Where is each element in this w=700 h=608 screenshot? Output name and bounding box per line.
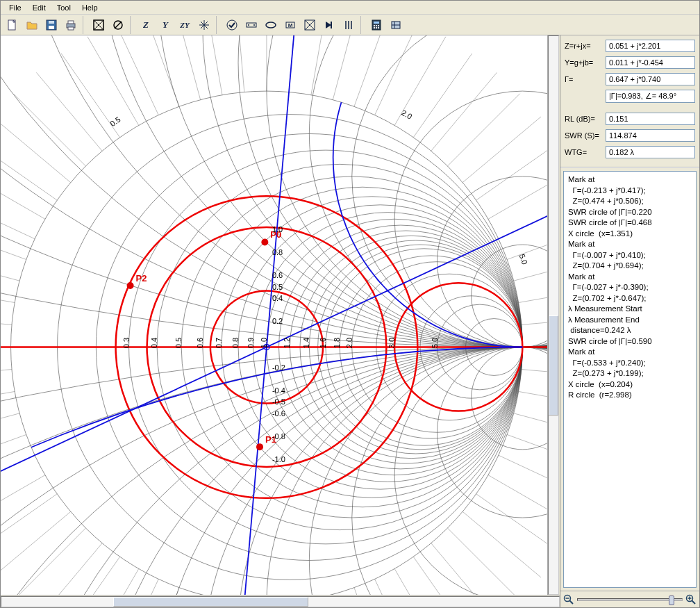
diode-icon[interactable] <box>301 16 319 34</box>
match-icon[interactable]: M <box>281 16 299 34</box>
nocircle-icon[interactable] <box>109 16 127 34</box>
fit-icon[interactable] <box>90 16 108 34</box>
gamma-value[interactable]: 0.647 + j*0.740 <box>606 73 695 85</box>
compass-icon[interactable] <box>195 16 213 34</box>
svg-line-164 <box>488 475 547 527</box>
svg-line-149 <box>174 594 200 595</box>
svg-text:0.5: 0.5 <box>174 338 183 348</box>
svg-text:-0.6: -0.6 <box>272 409 285 418</box>
gamma-label: Γ= <box>565 75 603 83</box>
menu-edit[interactable]: Edit <box>27 2 51 13</box>
svg-text:0.4: 0.4 <box>150 338 158 348</box>
svg-text:0.6: 0.6 <box>196 338 204 348</box>
svg-text:0.4: 0.4 <box>272 294 283 302</box>
svg-point-20 <box>253 24 255 26</box>
zoom-slider[interactable] <box>577 598 683 601</box>
gamma-polar-value[interactable]: |Γ|=0.983, ∠= 48.9° <box>606 90 695 103</box>
svg-line-155 <box>333 594 359 595</box>
svg-line-140 <box>1 475 45 527</box>
svg-line-161 <box>447 528 519 595</box>
bars-icon[interactable] <box>340 16 358 34</box>
rl-value[interactable]: 0.151 <box>606 113 695 125</box>
y-mode-icon[interactable]: Y <box>156 16 174 34</box>
swr-value[interactable]: 114.874 <box>606 129 695 142</box>
svg-line-148 <box>144 588 179 595</box>
svg-line-105 <box>476 142 547 201</box>
svg-text:1.0: 1.0 <box>260 338 268 348</box>
svg-text:0.7: 0.7 <box>215 338 223 348</box>
svg-rect-34 <box>374 25 375 26</box>
svg-line-159 <box>413 557 472 595</box>
ellipse-icon[interactable] <box>262 16 280 34</box>
svg-line-121 <box>115 35 158 115</box>
svg-rect-33 <box>374 22 379 24</box>
svg-text:-0.5: -0.5 <box>272 397 285 406</box>
svg-line-144 <box>36 543 102 595</box>
check-icon[interactable] <box>223 16 241 34</box>
svg-line-124 <box>36 72 102 151</box>
svg-line-122 <box>88 37 139 126</box>
svg-text:1.4: 1.4 <box>302 338 310 348</box>
menu-help[interactable]: Help <box>76 2 103 13</box>
svg-line-168 <box>519 391 547 409</box>
readouts-panel: Z=r+jx=0.051 + j*2.201 Y=g+jb=0.011 + j*… <box>560 35 699 167</box>
zoom-in-icon[interactable] <box>685 594 697 605</box>
svg-line-145 <box>61 557 120 595</box>
svg-point-91 <box>394 91 547 347</box>
print-icon[interactable] <box>62 16 80 34</box>
svg-point-78 <box>96 347 547 595</box>
svg-text:0.9: 0.9 <box>247 338 255 348</box>
menu-file[interactable]: File <box>3 2 27 13</box>
svg-rect-35 <box>376 25 377 26</box>
svg-text:0.6: 0.6 <box>272 271 283 279</box>
svg-line-125 <box>13 94 85 166</box>
chart-vertical-scrollbar[interactable] <box>547 35 560 595</box>
z-label: Z=r+jx= <box>565 42 603 50</box>
svg-rect-37 <box>374 27 375 28</box>
new-icon[interactable] <box>3 16 22 34</box>
svg-text:1.0: 1.0 <box>272 225 283 233</box>
event-log[interactable]: Mark at Γ=(-0.213 + j*0.417); Z=(0.474 +… <box>563 171 697 588</box>
open-icon[interactable] <box>23 16 41 34</box>
svg-point-183 <box>256 443 263 450</box>
svg-text:1.6: 1.6 <box>319 338 327 348</box>
svg-line-119 <box>174 35 200 100</box>
chart-horizontal-scrollbar[interactable] <box>1 595 560 607</box>
svg-line-12 <box>115 22 122 28</box>
svg-line-141 <box>1 494 57 553</box>
svg-text:1.2: 1.2 <box>283 338 291 348</box>
svg-line-139 <box>1 455 35 498</box>
svg-line-147 <box>115 579 158 595</box>
svg-line-221 <box>692 600 696 604</box>
svg-line-111 <box>375 35 418 115</box>
svg-rect-6 <box>68 21 74 24</box>
svg-text:0.8: 0.8 <box>231 338 240 348</box>
svg-text:2.0: 2.0 <box>400 108 413 121</box>
side-panel: Z=r+jx=0.051 + j*2.201 Y=g+jb=0.011 + j*… <box>560 35 699 607</box>
wtg-value[interactable]: 0.182 λ <box>606 146 695 158</box>
calc-icon[interactable] <box>367 16 385 34</box>
zoom-out-icon[interactable] <box>563 594 574 605</box>
svg-line-165 <box>499 455 547 498</box>
svg-point-92 <box>394 347 547 595</box>
y-value[interactable]: 0.011 + j*-0.454 <box>606 56 695 69</box>
svg-rect-38 <box>376 27 377 28</box>
z-mode-icon[interactable]: Z <box>137 16 155 34</box>
menu-tool[interactable]: Tool <box>51 2 76 13</box>
smith-chart-canvas[interactable]: P0P1P20.30.40.50.60.70.80.91.01.21.41.61… <box>1 35 547 595</box>
svg-text:P2: P2 <box>136 273 147 284</box>
svg-line-166 <box>507 434 547 469</box>
lumped-icon[interactable] <box>242 16 260 34</box>
svg-point-181 <box>261 238 268 245</box>
y-label: Y=g+jb= <box>565 58 603 67</box>
save-icon[interactable] <box>42 16 60 34</box>
patch-icon[interactable] <box>387 16 405 34</box>
svg-line-129 <box>1 196 35 239</box>
diode2-icon[interactable] <box>320 16 338 34</box>
svg-line-218 <box>570 600 574 604</box>
z-value[interactable]: 0.051 + j*2.201 <box>606 40 695 52</box>
svg-point-17 <box>227 20 237 30</box>
svg-rect-36 <box>378 25 379 26</box>
svg-point-185 <box>127 282 134 289</box>
zy-mode-icon[interactable]: ZY <box>176 16 194 34</box>
